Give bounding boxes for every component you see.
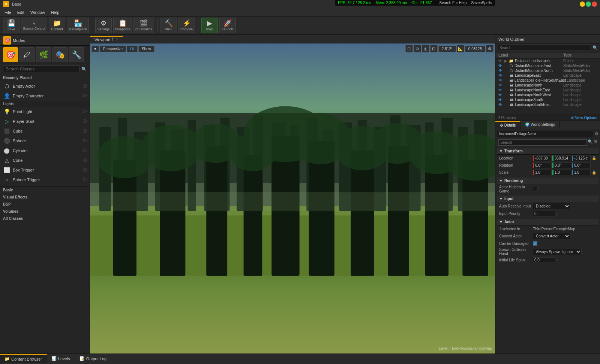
outliner-search-icon[interactable]: 🔍: [592, 45, 598, 50]
eye-icon-2[interactable]: 👁: [498, 64, 502, 68]
scale-z-input[interactable]: [572, 170, 591, 175]
cone-info[interactable]: ⓘ: [83, 158, 87, 163]
transform-header[interactable]: ▼ Transform: [497, 148, 598, 155]
source-control-button[interactable]: ⑂ Source Control: [21, 18, 47, 33]
sphere-trigger-info[interactable]: ⓘ: [83, 177, 87, 182]
minimize-button[interactable]: [580, 1, 585, 7]
viewport-tab-1[interactable]: Viewport 1 ✕: [90, 36, 123, 43]
class-item-sphere-trigger[interactable]: ○ Sphere Trigger ⓘ: [0, 175, 90, 185]
all-classes-header[interactable]: All Classes: [0, 215, 90, 222]
class-item-player-start[interactable]: ▷ Player Start ⓘ: [0, 116, 90, 126]
outliner-row-landscape-northeast[interactable]: 👁 🏔 LandscapeNorthEast Landscape: [495, 88, 600, 92]
details-tab[interactable]: ⚙ Details: [495, 121, 520, 129]
maximize-button[interactable]: [586, 1, 591, 7]
vp-icon-3[interactable]: ◎: [422, 45, 429, 52]
spawn-collision-select[interactable]: Always Spawn, Ignore Collisions: [533, 249, 582, 255]
class-item-box-trigger[interactable]: ⬜ Box Trigger ⓘ: [0, 165, 90, 175]
vp-snap-icon[interactable]: 📐: [457, 45, 464, 52]
visual-effects-header[interactable]: Visual Effects: [0, 194, 90, 201]
mode-foliage[interactable]: 🌿: [36, 47, 51, 62]
eye-icon-5[interactable]: 👁: [498, 78, 502, 82]
volumes-header[interactable]: Volumes: [0, 208, 90, 215]
vp-icon-4[interactable]: ⊡: [430, 45, 438, 52]
can-be-damaged-checkbox[interactable]: ✓: [533, 241, 537, 246]
location-y-input[interactable]: [552, 155, 571, 161]
input-priority-input[interactable]: [533, 211, 555, 216]
sphere-info[interactable]: ⓘ: [83, 138, 87, 143]
class-item-cube[interactable]: ⬛ Cube ⓘ: [0, 126, 90, 136]
launch-button[interactable]: 🚀 Launch: [219, 18, 236, 33]
bsp-header[interactable]: BSP: [0, 201, 90, 208]
initial-life-span-input[interactable]: [533, 257, 555, 263]
mode-geometry[interactable]: 🎭: [52, 47, 68, 62]
close-button[interactable]: [592, 1, 597, 7]
outliner-row-landscape-north[interactable]: 👁 🏔 LandscapeNorth Landscape: [495, 83, 600, 88]
viewport-tab-close[interactable]: ✕: [116, 37, 118, 42]
mode-mesh[interactable]: 🔧: [69, 47, 84, 62]
vp-zoom[interactable]: 2.812°: [438, 46, 456, 52]
actor-header[interactable]: ▼ Actor: [497, 219, 598, 225]
output-log-tab[interactable]: 📝 Output Log: [75, 355, 111, 363]
recently-placed-header[interactable]: Recently Placed: [0, 74, 90, 81]
empty-actor-info[interactable]: ⓘ: [83, 84, 87, 89]
eye-icon-8[interactable]: 👁: [498, 93, 502, 97]
box-trigger-info[interactable]: ⓘ: [83, 167, 87, 173]
player-start-info[interactable]: ⓘ: [83, 119, 87, 124]
eye-icon-4[interactable]: 👁: [498, 73, 502, 78]
eye-icon-9[interactable]: 👁: [498, 98, 502, 102]
outliner-row-landscape-south[interactable]: 👁 🏔 LandscapeSouth Landscape: [495, 97, 600, 102]
outliner-row-landscape-east[interactable]: 👁 🏔 LandscapeEast Landscape: [495, 73, 600, 78]
class-item-cone[interactable]: △ Cone ⓘ: [0, 155, 90, 165]
input-header[interactable]: ▼ Input: [497, 195, 598, 202]
mode-paint[interactable]: 🖊: [20, 47, 34, 62]
input-priority-arrow[interactable]: ↕: [556, 212, 558, 216]
cinematics-button[interactable]: 🎬 Cinematics: [134, 18, 154, 33]
blueprints-button[interactable]: 📋 Blueprints: [113, 18, 132, 33]
content-browser-tab[interactable]: 📁 Content Browser: [0, 354, 47, 363]
menu-window[interactable]: Window: [27, 9, 48, 15]
outliner-row-landscape-southeast[interactable]: 👁 🏔 LandscapeSouthEast Landscape: [495, 102, 600, 107]
details-view-icon[interactable]: ⊞: [594, 139, 597, 146]
location-z-input[interactable]: [572, 155, 591, 161]
outliner-row-distance-landscapes[interactable]: 👁 ▶ 📁 DistanceLandscapes Folder: [495, 58, 600, 63]
cube-info[interactable]: ⓘ: [83, 128, 87, 134]
rotation-y-input[interactable]: [552, 163, 571, 168]
cylinder-info[interactable]: ⓘ: [83, 148, 87, 153]
build-button[interactable]: 🔨 Build: [160, 18, 177, 33]
outliner-row-landscape-hole[interactable]: 👁 🏔 LandscapeHoleFillerSouthEast Landsca…: [495, 78, 600, 83]
class-item-point-light[interactable]: 💡 Point Light ⓘ: [0, 107, 90, 116]
scale-x-input[interactable]: [533, 170, 552, 175]
view-options-link[interactable]: ⊕ View Options: [571, 116, 597, 120]
eye-icon-7[interactable]: 👁: [498, 88, 502, 92]
actor-hidden-checkbox[interactable]: [533, 187, 537, 191]
world-settings-tab[interactable]: 🌍 World Settings: [520, 121, 560, 129]
play-button[interactable]: ▶ Play: [201, 18, 218, 33]
outliner-row-landscape-northwest[interactable]: 👁 🏔 LandscapeNorthWest Landscape: [495, 92, 600, 97]
vp-time[interactable]: 0.03125: [465, 46, 485, 52]
menu-file[interactable]: File: [2, 9, 14, 15]
compile-button[interactable]: ⚡ Compile: [178, 18, 195, 33]
outliner-row-distant-mountains-east[interactable]: 👁 ⬡ DistantMountainsEast StaticMeshActor: [495, 63, 600, 68]
scale-y-input[interactable]: [552, 170, 571, 175]
location-lock-icon[interactable]: 🔒: [592, 156, 596, 160]
save-button[interactable]: 💾 Save: [3, 18, 20, 33]
marketplace-button[interactable]: 🏪 Marketplace: [67, 18, 89, 33]
empty-character-info[interactable]: ⓘ: [83, 93, 87, 98]
eye-icon-3[interactable]: 👁: [498, 69, 502, 73]
rendering-header[interactable]: ▼ Rendering: [497, 178, 598, 184]
content-button[interactable]: 📁 Content: [49, 18, 65, 33]
search-icon[interactable]: 🔍: [81, 67, 87, 72]
scale-lock-icon[interactable]: 🔒: [592, 170, 596, 175]
mode-placement[interactable]: 🎯: [3, 47, 18, 62]
vp-settings-icon[interactable]: ⚙: [486, 45, 494, 52]
class-item-sphere[interactable]: ⚫ Sphere ⓘ: [0, 136, 90, 146]
auto-receive-select[interactable]: Disabled: [533, 203, 570, 209]
details-search-icon[interactable]: 🔍: [588, 139, 593, 146]
actor-name-input[interactable]: [497, 131, 593, 137]
eye-icon[interactable]: 👁: [498, 59, 502, 63]
vp-icon-1[interactable]: ⊞: [405, 45, 413, 52]
actor-settings-icon[interactable]: ⚙: [595, 131, 598, 136]
search-classes-input[interactable]: [3, 66, 80, 72]
point-light-info[interactable]: ⓘ: [83, 109, 87, 114]
life-span-arrow[interactable]: ↕: [556, 258, 558, 262]
